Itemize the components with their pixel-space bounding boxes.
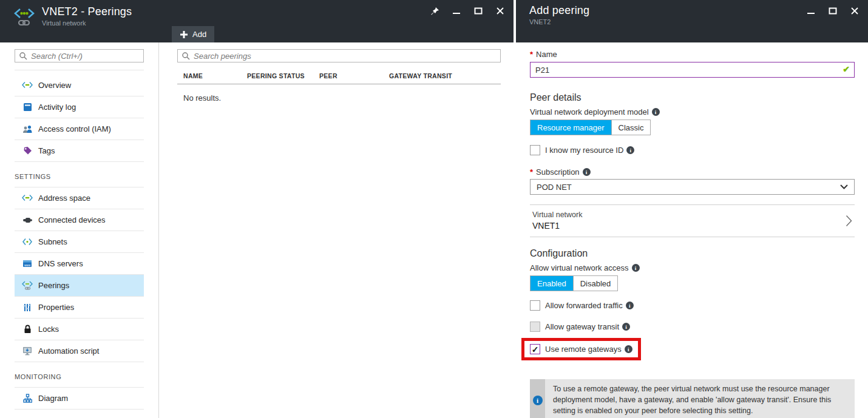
info-icon[interactable]: i [632, 264, 640, 272]
remote-gateways-label: Use remote gateways i [545, 345, 632, 354]
resource-id-checkbox[interactable] [530, 145, 540, 155]
pin-icon[interactable] [430, 6, 439, 16]
vnet2-peerings-blade: VNET2 - Peerings Virtual network [0, 0, 514, 418]
sidebar-item-diagram[interactable]: Diagram [15, 388, 144, 410]
chevron-down-icon [840, 184, 848, 189]
access-control-icon [22, 125, 33, 133]
sidebar-item-properties[interactable]: Properties [15, 297, 144, 319]
diagram-icon [22, 394, 33, 403]
sidebar-item-label: Tags [38, 146, 55, 155]
column-header-name[interactable]: NAME [177, 72, 247, 79]
sidebar-item-connected-devices[interactable]: Connected devices [15, 209, 144, 231]
info-icon[interactable]: i [626, 146, 634, 154]
valid-check-icon: ✔ [843, 64, 850, 74]
sidebar-item-dns-servers[interactable]: www DNS servers [15, 253, 144, 275]
resource-menu-list: Overview Activity log Access control (IA… [15, 70, 144, 410]
sidebar-item-access-control[interactable]: Access control (IAM) [15, 118, 144, 140]
required-asterisk: * [530, 167, 533, 177]
sidebar-section-settings: SETTINGS [15, 162, 144, 187]
vnet2-window-controls [430, 6, 505, 16]
toggle-option-enabled[interactable]: Enabled [531, 276, 573, 291]
add-peering-header: Add peering VNET2 [516, 0, 868, 42]
blade-subtitle: Virtual network [42, 19, 132, 27]
minimize-icon[interactable] [452, 6, 461, 16]
sidebar-item-peerings[interactable]: Peerings [15, 275, 144, 297]
sidebar-item-label: Access control (IAM) [38, 124, 111, 133]
gateway-transit-checkbox-row: Allow gateway transit i [530, 322, 855, 332]
empty-results-text: No results. [177, 93, 501, 103]
column-header-gateway-transit[interactable]: GATEWAY TRANSIT [389, 72, 501, 79]
vnet-access-toggle: Enabled Disabled [530, 275, 618, 291]
peerings-search-box[interactable] [177, 49, 501, 62]
info-box-text: To use a remote gateway, the peer virtua… [545, 379, 855, 418]
azure-portal: VNET2 - Peerings Virtual network [0, 0, 868, 418]
remote-gateways-checkbox-row: ✓ Use remote gateways i [530, 344, 632, 354]
resource-menu: Overview Activity log Access control (IA… [0, 42, 159, 418]
info-icon[interactable]: i [625, 345, 632, 353]
sidebar-item-activity-log[interactable]: Activity log [15, 96, 144, 118]
close-icon[interactable] [495, 6, 505, 16]
maximize-icon[interactable] [828, 6, 838, 16]
sidebar-item-label: Activity log [38, 103, 76, 112]
blade-title: VNET2 - Peerings [42, 5, 132, 18]
sidebar-item-automation-script[interactable]: Automation script [15, 340, 144, 362]
info-icon[interactable]: i [583, 168, 591, 176]
close-icon[interactable] [850, 6, 860, 16]
sidebar-item-overview[interactable]: Overview [15, 75, 144, 96]
blade-subtitle: VNET2 [529, 18, 589, 25]
vnet2-blade-body: Overview Activity log Access control (IA… [0, 42, 514, 418]
search-icon [19, 52, 27, 60]
menu-search-input[interactable] [31, 52, 140, 61]
virtual-network-picker-label: Virtual network [532, 211, 846, 219]
maximize-icon[interactable] [473, 6, 483, 16]
sidebar-item-label: Connected devices [38, 215, 106, 224]
blade-title: Add peering [529, 4, 589, 17]
toggle-option-classic[interactable]: Classic [611, 120, 651, 135]
toggle-option-disabled[interactable]: Disabled [573, 276, 618, 291]
properties-icon [22, 303, 33, 312]
subnets-icon [22, 238, 33, 246]
divider [530, 237, 855, 237]
sidebar-item-label: Subnets [38, 237, 67, 246]
virtual-network-picker-texts: Virtual network VNET1 [532, 211, 846, 231]
sidebar-item-label: Peerings [38, 281, 69, 290]
name-input-wrap: ✔ [530, 62, 855, 78]
configuration-heading: Configuration [530, 248, 855, 259]
sidebar-item-tags[interactable]: Tags [15, 140, 144, 162]
minimize-icon[interactable] [806, 6, 816, 16]
peerings-search-input[interactable] [194, 52, 497, 61]
forwarded-traffic-checkbox[interactable] [530, 300, 540, 311]
deployment-model-label: Virtual network deployment model i [530, 107, 855, 116]
vnet-icon [22, 81, 33, 89]
svg-text:www: www [24, 264, 31, 267]
virtual-network-picker-value: VNET1 [532, 221, 846, 231]
plus-icon [180, 30, 188, 39]
column-header-peer[interactable]: PEER [319, 72, 389, 79]
column-header-peering-status[interactable]: PEERING STATUS [247, 72, 319, 79]
info-icon[interactable]: i [626, 302, 634, 309]
menu-search-box[interactable] [15, 49, 144, 62]
sidebar-item-label: Properties [38, 303, 74, 312]
virtual-network-picker[interactable]: Virtual network VNET1 [530, 205, 855, 237]
gateway-transit-checkbox[interactable] [530, 322, 540, 332]
toggle-option-resource-manager[interactable]: Resource manager [531, 120, 611, 135]
vnet-access-label: Allow virtual network access i [530, 263, 855, 272]
peerings-icon [22, 281, 33, 290]
address-space-icon [22, 194, 33, 202]
sidebar-item-subnets[interactable]: Subnets [15, 231, 144, 253]
peerings-list-panel: NAME PEERING STATUS PEER GATEWAY TRANSIT… [159, 42, 514, 418]
subscription-dropdown[interactable]: POD NET [530, 179, 855, 195]
vnet2-blade-header: VNET2 - Peerings Virtual network [0, 0, 514, 42]
remote-gateways-checkbox[interactable]: ✓ [530, 344, 540, 354]
add-peering-button[interactable]: Add [172, 26, 214, 42]
sidebar-item-locks[interactable]: Locks [15, 319, 144, 340]
dns-servers-icon: www [22, 260, 33, 268]
info-icon[interactable]: i [622, 323, 630, 331]
sidebar-item-label: Diagram [38, 394, 68, 403]
info-icon[interactable]: i [652, 108, 660, 116]
name-input[interactable] [530, 62, 855, 78]
sidebar-item-address-space[interactable]: Address space [15, 187, 144, 209]
checkmark-icon: ✓ [532, 345, 539, 354]
menu-divider [15, 70, 144, 75]
sidebar-section-monitoring: MONITORING [15, 362, 144, 388]
